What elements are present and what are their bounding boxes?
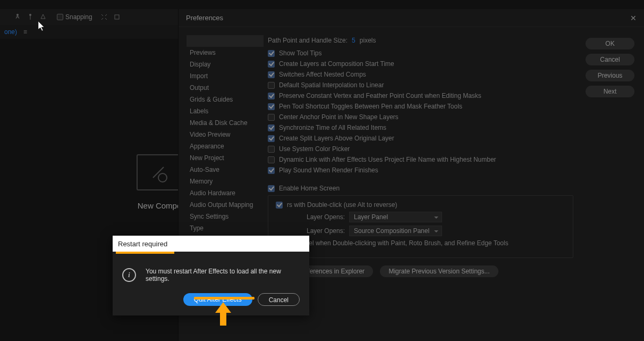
info-icon: i (122, 268, 136, 282)
mouse-cursor-icon (38, 21, 46, 32)
modal-title: Restart required (118, 240, 167, 248)
modal-cancel-button[interactable]: Cancel (258, 293, 300, 306)
modal-titlebar: Restart required (113, 236, 309, 252)
annotation-highlight-primary (194, 297, 255, 300)
restart-required-dialog: Restart required i You must restart Afte… (113, 236, 309, 315)
annotation-arrow-icon (215, 302, 231, 327)
modal-backdrop (0, 0, 644, 341)
modal-message: You must restart After Effects to load a… (146, 268, 300, 282)
